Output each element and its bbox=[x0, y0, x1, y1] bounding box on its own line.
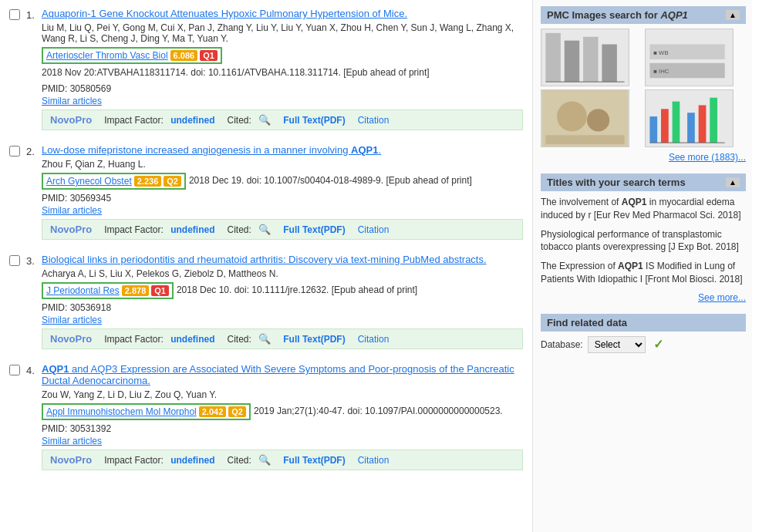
journal-name-1[interactable]: Arterioscler Thromb Vasc Biol bbox=[46, 50, 168, 61]
journal-name-3[interactable]: J Periodontal Res bbox=[46, 285, 120, 296]
journal-name-4[interactable]: Appl Immunohistochem Mol Morphol bbox=[46, 406, 197, 417]
article-title-2[interactable]: Low-dose mifepristone increased angiogen… bbox=[42, 144, 523, 156]
database-label: Database: bbox=[541, 339, 583, 350]
pmc-image-1[interactable] bbox=[541, 29, 629, 86]
article-meta-1: 2018 Nov 20:ATVBAHA118311714. doi: 10.11… bbox=[42, 67, 430, 78]
fulltext-link-3[interactable]: Full Text(PDF) bbox=[283, 334, 345, 345]
find-data-row: Database: Select PubMed PMC Gene Protein… bbox=[541, 336, 746, 353]
submit-icon[interactable]: ✓ bbox=[653, 337, 663, 352]
pmid-3: PMID: 30536918 bbox=[42, 302, 523, 313]
fulltext-link-4[interactable]: Full Text(PDF) bbox=[283, 455, 345, 466]
titles-entry-3: The Expression of AQP1 IS Modified in Lu… bbox=[541, 260, 746, 286]
journal-line-3: J Periodontal Res 2.878 Q1 2018 Dec 10. … bbox=[42, 282, 523, 299]
article-content-1: Aquaporin-1 Gene Knockout Attenuates Hyp… bbox=[42, 8, 523, 130]
titles-entry-2: Physiological performance of transplasto… bbox=[541, 228, 746, 254]
similar-articles-4[interactable]: Similar articles bbox=[42, 436, 523, 446]
pmc-see-more[interactable]: See more (1883)... bbox=[541, 152, 746, 163]
similar-articles-2[interactable]: Similar articles bbox=[42, 205, 523, 216]
cited-search-icon-4[interactable]: 🔍 bbox=[258, 454, 271, 466]
aqp1-highlight-title-2: AQP1 bbox=[351, 144, 378, 156]
cited-item-1[interactable]: Cited: 🔍 bbox=[228, 114, 272, 126]
q-badge-4: Q2 bbox=[228, 406, 246, 417]
pmc-image-3[interactable] bbox=[541, 89, 629, 147]
pmc-image-4[interactable] bbox=[645, 89, 734, 147]
article-meta-2: 2018 Dec 19. doi: 10.1007/s00404-018-498… bbox=[189, 175, 472, 186]
checkbox-4[interactable] bbox=[9, 365, 20, 375]
cited-item-3[interactable]: Cited: 🔍 bbox=[228, 333, 272, 345]
sidebar: PMC Images search for AQP1 ▲ bbox=[532, 0, 752, 532]
svg-text:■ IHC: ■ IHC bbox=[653, 68, 670, 75]
article-number-2: 2. bbox=[26, 144, 42, 240]
similar-articles-1[interactable]: Similar articles bbox=[42, 96, 523, 106]
journal-name-badge-1: Arterioscler Thromb Vasc Biol 6.086 Q1 bbox=[42, 47, 222, 64]
titles-scroll-up-button[interactable]: ▲ bbox=[726, 177, 740, 187]
article-item-4: 4. AQP1 and AQP3 Expression are Associat… bbox=[9, 363, 523, 470]
svg-rect-20 bbox=[699, 105, 707, 143]
checkbox-2[interactable] bbox=[9, 146, 20, 157]
impact-factor-badge-3: 2.878 bbox=[122, 285, 150, 296]
titles-entry-1: The involvement of AQP1 in myocardial ed… bbox=[541, 196, 746, 222]
citation-link-1[interactable]: Citation bbox=[358, 115, 390, 126]
article-title-3[interactable]: Biological links in periodontitis and rh… bbox=[42, 254, 523, 265]
journal-name-badge-2: Arch Gynecol Obstet 2.236 Q2 bbox=[42, 173, 186, 190]
impact-factor-item-2: Impact Factor: undefined bbox=[104, 224, 214, 235]
fulltext-link-2[interactable]: Full Text(PDF) bbox=[283, 224, 345, 235]
cited-item-4[interactable]: Cited: 🔍 bbox=[228, 454, 272, 466]
checkbox-1[interactable] bbox=[9, 9, 20, 20]
aqp1-highlight-title-4a: AQP1 bbox=[42, 363, 69, 375]
pmid-2: PMID: 30569345 bbox=[42, 193, 523, 204]
svg-rect-2 bbox=[565, 41, 579, 82]
cited-search-icon-1[interactable]: 🔍 bbox=[258, 114, 271, 126]
citation-link-2[interactable]: Citation bbox=[358, 224, 390, 235]
cited-search-icon-2[interactable]: 🔍 bbox=[258, 224, 271, 235]
toolbar-1: NovoPro Impact Factor: undefined Cited: … bbox=[42, 109, 523, 130]
pmc-images-section: PMC Images search for AQP1 ▲ bbox=[541, 6, 746, 163]
article-item-2: 2. Low-dose mifepristone increased angio… bbox=[9, 144, 523, 240]
q-badge-1: Q1 bbox=[200, 50, 218, 61]
article-checkbox-4[interactable] bbox=[9, 363, 23, 470]
pmid-4: PMID: 30531392 bbox=[42, 423, 523, 434]
impact-factor-badge-1: 6.086 bbox=[170, 50, 198, 61]
svg-rect-17 bbox=[661, 109, 669, 143]
journal-name-2[interactable]: Arch Gynecol Obstet bbox=[46, 176, 132, 187]
svg-rect-19 bbox=[687, 113, 695, 143]
article-item-1: 1. Aquaporin-1 Gene Knockout Attenuates … bbox=[9, 8, 523, 130]
pmc-image-2[interactable]: ■ WB ■ IHC bbox=[645, 29, 734, 86]
article-checkbox-2[interactable] bbox=[9, 144, 23, 240]
journal-line-4: Appl Immunohistochem Mol Morphol 2.042 Q… bbox=[42, 403, 523, 420]
q-badge-2: Q2 bbox=[164, 176, 181, 187]
impact-factor-item-4: Impact Factor: undefined bbox=[104, 455, 214, 466]
article-number-3: 3. bbox=[26, 254, 42, 349]
article-checkbox-3[interactable] bbox=[9, 254, 23, 349]
database-select[interactable]: Select PubMed PMC Gene Protein bbox=[588, 336, 646, 353]
find-data-section: Find related data Database: Select PubMe… bbox=[541, 314, 746, 353]
titles-header: Titles with your search terms ▲ bbox=[541, 173, 746, 191]
article-checkbox-1[interactable] bbox=[9, 8, 23, 130]
cited-item-2[interactable]: Cited: 🔍 bbox=[228, 224, 272, 235]
article-title-1[interactable]: Aquaporin-1 Gene Knockout Attenuates Hyp… bbox=[42, 8, 523, 19]
svg-rect-4 bbox=[602, 44, 616, 82]
svg-point-13 bbox=[587, 109, 609, 131]
pmc-scroll-up-button[interactable]: ▲ bbox=[726, 10, 740, 20]
toolbar-3: NovoPro Impact Factor: undefined Cited: … bbox=[42, 328, 523, 349]
checkbox-3[interactable] bbox=[9, 255, 20, 266]
journal-name-badge-3: J Periodontal Res 2.878 Q1 bbox=[42, 282, 174, 299]
titles-see-more[interactable]: See more... bbox=[541, 292, 746, 303]
citation-link-4[interactable]: Citation bbox=[358, 455, 390, 466]
article-content-4: AQP1 and AQP3 Expression are Associated … bbox=[42, 363, 523, 470]
article-item-3: 3. Biological links in periodontitis and… bbox=[9, 254, 523, 349]
novopro-label-1: NovoPro bbox=[50, 114, 92, 126]
article-authors-3: Acharya A, Li S, Liu X, Pelekos G, Ziebo… bbox=[42, 268, 523, 279]
novopro-label-3: NovoPro bbox=[50, 333, 92, 345]
article-number-4: 4. bbox=[26, 363, 42, 470]
article-title-4[interactable]: AQP1 and AQP3 Expression are Associated … bbox=[42, 363, 523, 386]
fulltext-link-1[interactable]: Full Text(PDF) bbox=[283, 115, 345, 126]
journal-line-1: Arterioscler Thromb Vasc Biol 6.086 Q1 2… bbox=[42, 47, 523, 80]
pmc-images-header: PMC Images search for AQP1 ▲ bbox=[541, 6, 746, 24]
cited-search-icon-3[interactable]: 🔍 bbox=[258, 333, 271, 345]
citation-link-3[interactable]: Citation bbox=[358, 334, 390, 345]
similar-articles-3[interactable]: Similar articles bbox=[42, 315, 523, 325]
pmid-1: PMID: 30580569 bbox=[42, 83, 523, 94]
article-authors-4: Zou W, Yang Z, Li D, Liu Z, Zou Q, Yuan … bbox=[42, 389, 523, 400]
novopro-label-4: NovoPro bbox=[50, 454, 92, 466]
